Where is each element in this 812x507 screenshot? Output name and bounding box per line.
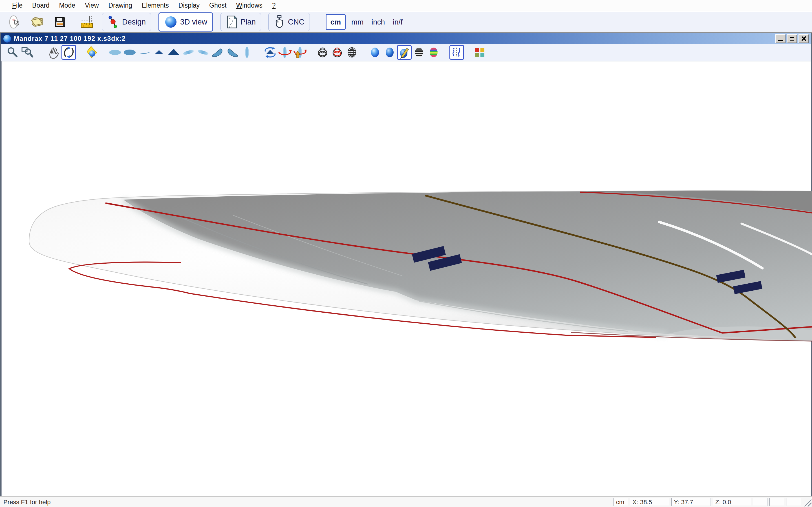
- flow-lines-icon[interactable]: [449, 45, 464, 60]
- view-three-quarter-right-icon[interactable]: [225, 45, 240, 60]
- cnc-mode-button[interactable]: CNC: [268, 13, 310, 31]
- menu-bar: File Board Mode View Drawing Elements Di…: [0, 0, 812, 11]
- menu-view[interactable]: View: [80, 2, 103, 9]
- curvature-map-icon[interactable]: [426, 45, 441, 60]
- cnc-icon: [274, 15, 285, 29]
- open-folder-icon[interactable]: [29, 14, 45, 30]
- color-palette-icon[interactable]: [472, 45, 487, 60]
- svg-text:0: 0: [89, 24, 90, 27]
- plan-icon: [226, 15, 238, 29]
- view-tilt-right-icon[interactable]: [196, 45, 210, 60]
- 3d-viewport[interactable]: [1, 61, 811, 496]
- minimize-button[interactable]: [775, 34, 785, 43]
- menu-ghost[interactable]: Ghost: [204, 2, 231, 9]
- minimize-icon: [778, 40, 783, 41]
- status-x-coordinate: X: 38.5: [630, 498, 669, 506]
- status-extra-panel: [753, 498, 768, 506]
- unit-inch[interactable]: inch: [368, 18, 389, 26]
- status-extra-panel: [769, 498, 784, 506]
- status-y-coordinate: Y: 37.7: [671, 498, 711, 506]
- status-extra-panel: [786, 498, 801, 506]
- 3d-view-mode-button[interactable]: 3D view: [158, 12, 213, 32]
- maximize-button[interactable]: [787, 34, 797, 43]
- render-shaded-icon[interactable]: [382, 45, 397, 60]
- view-toolbar: [1, 44, 811, 61]
- status-unit: cm: [613, 498, 628, 506]
- menu-file[interactable]: File: [7, 2, 28, 9]
- unit-mm[interactable]: mm: [347, 18, 367, 26]
- status-z-coordinate: Z: 0.0: [713, 498, 751, 506]
- 3d-view-icon: [164, 15, 177, 29]
- unit-inf[interactable]: in/f: [389, 18, 407, 26]
- board-3d-render: [2, 61, 812, 496]
- render-solid-icon[interactable]: [368, 45, 382, 60]
- view-front-icon[interactable]: [166, 45, 181, 60]
- design-mode-label: Design: [122, 18, 146, 26]
- status-bar: Press F1 for help cm X: 38.5 Y: 37.7 Z: …: [0, 496, 812, 507]
- pointer-tool-icon[interactable]: [7, 14, 22, 30]
- close-button[interactable]: [799, 34, 809, 43]
- close-icon: [801, 36, 806, 41]
- plan-mode-label: Plan: [241, 18, 256, 26]
- svg-text:1: 1: [83, 24, 85, 27]
- rotate-3d-icon[interactable]: [61, 45, 76, 60]
- measurements-icon[interactable]: 1 0: [79, 14, 95, 30]
- zebra-analysis-icon[interactable]: [412, 45, 426, 60]
- menu-mode[interactable]: Mode: [54, 2, 80, 9]
- save-icon[interactable]: [52, 14, 68, 30]
- zoom-window-icon[interactable]: [20, 45, 35, 60]
- menu-drawing[interactable]: Drawing: [103, 2, 137, 9]
- menu-board[interactable]: Board: [28, 2, 54, 9]
- view-side-icon[interactable]: [137, 45, 152, 60]
- menu-elements[interactable]: Elements: [137, 2, 174, 9]
- cnc-mode-label: CNC: [288, 18, 305, 26]
- view-bottom-icon[interactable]: [122, 45, 137, 60]
- unit-selector: cm mm inch in/f: [326, 14, 407, 30]
- view-deck-icon[interactable]: [108, 45, 122, 60]
- flip-vertical-icon[interactable]: [292, 45, 307, 60]
- design-mode-button[interactable]: Design: [102, 13, 151, 31]
- plan-mode-button[interactable]: Plan: [220, 13, 261, 31]
- design-icon: [107, 15, 119, 29]
- menu-display[interactable]: Display: [174, 2, 204, 9]
- resize-grip[interactable]: [804, 499, 811, 506]
- view-outline-front-icon[interactable]: [240, 45, 254, 60]
- spin-horizontal-icon[interactable]: [277, 45, 292, 60]
- menu-windows[interactable]: Windows: [231, 2, 267, 9]
- view-tilt-left-icon[interactable]: [181, 45, 196, 60]
- view-front-small-icon[interactable]: [152, 45, 166, 60]
- light-source-icon[interactable]: [85, 45, 99, 60]
- app-icon: [3, 35, 11, 43]
- document-title: Mandrax 7 11 27 100 192 x.s3dx:2: [14, 35, 775, 43]
- unit-cm[interactable]: cm: [326, 14, 346, 30]
- 3d-view-mode-label: 3D view: [180, 18, 207, 26]
- main-toolbar: 1 0 Design 3D view Plan: [0, 12, 812, 33]
- document-window: Mandrax 7 11 27 100 192 x.s3dx:2: [0, 33, 812, 496]
- wireframe-slices-icon[interactable]: [330, 45, 345, 60]
- wireframe-mesh-icon[interactable]: [345, 45, 359, 60]
- menu-help[interactable]: ?: [267, 2, 281, 9]
- paint-render-icon[interactable]: [397, 45, 412, 60]
- view-three-quarter-left-icon[interactable]: [210, 45, 225, 60]
- zoom-icon[interactable]: [5, 45, 20, 60]
- pan-icon[interactable]: [47, 45, 61, 60]
- status-help-text: Press F1 for help: [3, 499, 51, 506]
- wireframe-icon[interactable]: [315, 45, 330, 60]
- orbit-view-icon[interactable]: [263, 45, 277, 60]
- document-titlebar[interactable]: Mandrax 7 11 27 100 192 x.s3dx:2: [1, 33, 811, 44]
- maximize-icon: [790, 37, 794, 41]
